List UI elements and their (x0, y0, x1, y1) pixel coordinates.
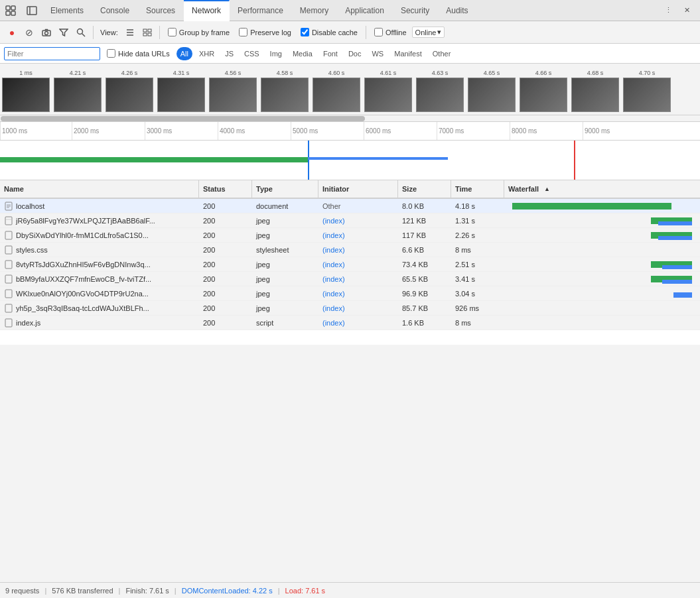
file-icon (4, 318, 13, 328)
table-row[interactable]: bBM9yfaUXXZQF7mfnEwoCB_fv-tviTZf... 200 … (0, 272, 700, 286)
filter-button[interactable] (56, 25, 72, 40)
svg-rect-27 (5, 304, 12, 312)
col-status[interactable]: Status (199, 180, 252, 198)
screenshot-item-11[interactable]: 4.68 s (569, 70, 621, 112)
screenshot-item-2[interactable]: 4.26 s (104, 70, 155, 112)
svg-rect-26 (5, 290, 12, 298)
filter-input[interactable] (4, 47, 100, 60)
screenshot-item-3[interactable]: 4.31 s (155, 70, 207, 112)
table-row[interactable]: index.js 200 script (index) 1.6 KB 8 ms (0, 316, 700, 330)
close-devtools-button[interactable]: ✕ (679, 3, 695, 19)
tab-network[interactable]: Network (184, 0, 230, 21)
screenshot-item-0[interactable]: 1 ms (0, 70, 52, 112)
dom-loaded-status: DOMContentLoaded: 4.22 s (182, 587, 273, 595)
filter-other-button[interactable]: Other (429, 47, 455, 60)
toolbar-separator-1 (93, 26, 94, 39)
filter-manifest-button[interactable]: Manifest (390, 47, 426, 60)
screenshot-item-8[interactable]: 4.63 s (414, 70, 466, 112)
sidebar-toggle-icon[interactable] (21, 0, 42, 21)
disable-cache-checkbox[interactable]: Disable cache (301, 28, 358, 36)
view-label: View: (100, 29, 118, 36)
filter-img-button[interactable]: Img (266, 47, 286, 60)
filter-js-button[interactable]: JS (221, 47, 238, 60)
screenshot-item-12[interactable]: 4.70 s (621, 70, 673, 112)
tab-console[interactable]: Console (92, 0, 138, 21)
table-row[interactable]: jR6y5a8lFvgYe37WxLPQJZTjBAaBB6alF... 200… (0, 213, 700, 228)
table-row[interactable]: DbySiXwDdYlhl0r-fmM1CdLfro5aC1S0... 200 … (0, 228, 700, 243)
waterfall-sort-icon: ▲ (544, 186, 550, 192)
tab-performance[interactable]: Performance (230, 0, 292, 21)
screenshot-item-1[interactable]: 4.21 s (52, 70, 104, 112)
table-row[interactable]: localhost 200 document Other 8.0 KB 4.18… (0, 199, 700, 213)
filter-all-button[interactable]: All (176, 47, 192, 60)
screenshot-item-9[interactable]: 4.65 s (466, 70, 518, 112)
filter-bar: Hide data URLs All XHR JS CSS Img Media … (0, 44, 700, 64)
svg-point-8 (78, 29, 83, 34)
waterfall-bar-blue (658, 221, 692, 225)
load-event-status: Load: 7.61 s (285, 587, 326, 595)
timeline-scrollbar[interactable] (0, 115, 700, 122)
devtools-icon (0, 0, 21, 21)
waterfall-bar (512, 203, 672, 209)
file-icon (4, 304, 13, 313)
clear-button[interactable]: ⊘ (21, 25, 37, 40)
file-icon (4, 202, 13, 211)
timeline-bar-green (0, 157, 308, 162)
record-button[interactable]: ● (4, 25, 20, 40)
more-tabs-button[interactable]: ⋮ (660, 3, 676, 19)
file-icon (4, 231, 13, 240)
col-initiator[interactable]: Initiator (318, 180, 398, 198)
tab-application[interactable]: Application (337, 0, 393, 21)
list-view-button[interactable] (122, 25, 138, 40)
col-type[interactable]: Type (252, 180, 318, 198)
hide-data-urls-checkbox[interactable]: Hide data URLs (107, 49, 170, 58)
preserve-log-checkbox[interactable]: Preserve log (239, 28, 291, 36)
tab-security[interactable]: Security (393, 0, 438, 21)
table-row[interactable]: styles.css 200 stylesheet (index) 6.6 KB… (0, 243, 700, 257)
filter-media-button[interactable]: Media (289, 47, 316, 60)
col-name[interactable]: Name (0, 180, 199, 198)
screenshot-item-7[interactable]: 4.61 s (362, 70, 414, 112)
col-time[interactable]: Time (451, 180, 504, 198)
filter-xhr-button[interactable]: XHR (195, 47, 218, 60)
screenshot-item-10[interactable]: 4.66 s (518, 70, 569, 112)
table-row[interactable]: WKlxue0nAlOYj00nGVoO4DTP9rU2na... 200 jp… (0, 286, 700, 301)
grid-view-button[interactable] (139, 25, 155, 40)
svg-rect-0 (6, 6, 10, 10)
filter-doc-button[interactable]: Doc (344, 47, 366, 60)
screenshot-item-4[interactable]: 4.56 s (207, 70, 259, 112)
col-waterfall[interactable]: Waterfall ▲ (504, 180, 700, 198)
throttle-dropdown[interactable]: Online ▾ (412, 27, 445, 38)
filter-ws-button[interactable]: WS (368, 47, 387, 60)
svg-rect-14 (148, 29, 151, 32)
table-header: Name Status Type Initiator Size Time Wat… (0, 180, 700, 199)
toolbar-separator-2 (159, 26, 160, 39)
table-row[interactable]: yh5p_3sqR3qIBsaq-tcLcdWAJuXtBLFh... 200 … (0, 301, 700, 316)
network-table: Name Status Type Initiator Size Time Wat… (0, 180, 700, 582)
tab-audits[interactable]: Audits (438, 0, 476, 21)
screenshot-item-5[interactable]: 4.58 s (259, 70, 311, 112)
offline-checkbox[interactable]: Offline (374, 28, 407, 36)
status-bar: 9 requests | 576 KB transferred | Finish… (0, 582, 700, 598)
tab-sources[interactable]: Sources (138, 0, 184, 21)
col-size[interactable]: Size (398, 180, 451, 198)
throttle-chevron-icon: ▾ (437, 28, 441, 36)
screenshot-item-6[interactable]: 4.60 s (311, 70, 362, 112)
search-button[interactable] (73, 25, 89, 40)
filter-css-button[interactable]: CSS (240, 47, 263, 60)
tab-memory[interactable]: Memory (292, 0, 337, 21)
svg-rect-13 (143, 29, 147, 32)
filter-font-button[interactable]: Font (319, 47, 342, 60)
file-icon (4, 216, 13, 225)
timeline-ruler: 1000 ms 2000 ms 3000 ms 4000 ms 5000 ms … (0, 122, 700, 141)
table-row[interactable]: 8vtyRTsJdGXuZhnHI5wF6vBgDNInw3q... 200 j… (0, 257, 700, 272)
network-toolbar: ● ⊘ View: (0, 21, 700, 44)
tab-elements[interactable]: Elements (42, 0, 92, 21)
group-by-frame-checkbox[interactable]: Group by frame (168, 28, 230, 36)
svg-rect-3 (11, 11, 15, 15)
devtools-tab-bar: Elements Console Sources Network Perform… (0, 0, 700, 21)
svg-rect-16 (148, 33, 151, 36)
screenshot-button[interactable] (38, 25, 54, 40)
svg-rect-1 (11, 6, 15, 10)
main-area: 1 ms 4.21 s 4.26 s 4.31 s (0, 64, 700, 598)
